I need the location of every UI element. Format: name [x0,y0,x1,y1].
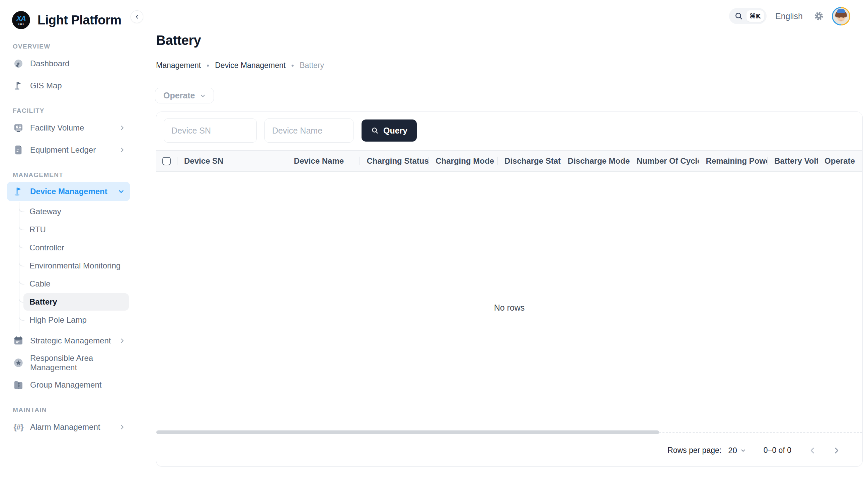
gauge-icon [13,58,24,69]
sidebar-item-cable[interactable]: Cable [0,275,137,293]
chevron-right-icon [832,446,841,455]
query-button[interactable]: Query [362,120,417,142]
column-header-charging-status[interactable]: Charging Status [360,151,429,171]
pagination-bar: Rows per page: 20 0–0 of 0 [156,434,862,466]
sidebar-item-battery[interactable]: Battery [0,293,137,311]
chevron-down-icon [118,188,125,195]
operate-dropdown-button[interactable]: Operate [155,88,214,103]
sidebar-item-strategic-management[interactable]: Strategic Management [0,330,137,351]
column-header-battery-voltage[interactable]: Battery Voltage [768,151,818,171]
device-name-input[interactable] [265,119,353,143]
empty-state-message: No rows [494,303,525,313]
gear-icon [814,11,824,21]
sidebar-item-high-pole-lamp[interactable]: High Pole Lamp [0,311,137,329]
rows-per-page-label: Rows per page: [668,446,721,455]
sidebar-collapse-button[interactable] [130,10,143,23]
column-header-device-sn[interactable]: Device SN [178,151,287,171]
app-title: Light Platform [37,13,122,27]
sidebar-item-facility-volume[interactable]: Facility Volume [0,118,137,138]
column-header-discharge-states[interactable]: Discharge States [498,151,561,171]
sidebar-item-equipment-ledger[interactable]: Equipment Ledger [0,140,137,160]
calendar-icon [13,335,24,346]
rows-per-page-select[interactable]: 20 [728,446,746,455]
folder-icon [13,379,24,391]
column-header-operate[interactable]: Operate [818,151,862,171]
previous-page-button[interactable] [807,445,818,456]
sidebar-item-label: Equipment Ledger [30,145,113,155]
breadcrumb-item[interactable]: Management [156,61,201,70]
scrollbar-track [659,432,862,433]
filter-row: Query [156,112,862,150]
chevron-down-icon [199,92,206,99]
search-icon [735,12,743,21]
top-bar: ⌘K English [137,0,868,32]
sidebar-item-rtu[interactable]: RTU [0,220,137,239]
column-header-discharge-mode[interactable]: Discharge Mode [561,151,630,171]
document-icon [13,144,24,156]
pagination-nav [807,445,842,456]
battery-table-card: Query Device SN Device Name Charging Sta… [156,112,863,466]
chevron-down-icon [740,448,746,454]
sidebar-item-group-management[interactable]: Group Management [0,374,137,395]
column-header-remaining-power[interactable]: Remaining Power [699,151,768,171]
sidebar-item-label: Group Management [30,380,137,390]
app-logo: XA ▮▮▮▮ [12,11,30,29]
sidebar-item-label: Alarm Management [30,422,113,432]
sidebar-item-label: Responsible Area Management [30,354,137,372]
breadcrumb-item-current: Battery [300,61,324,70]
breadcrumb: Management Device Management Battery [156,61,324,70]
sidebar-item-label: Strategic Management [30,336,113,345]
device-sn-input[interactable] [164,119,257,143]
select-all-cell [156,151,178,171]
star-circle-icon [13,357,24,368]
sidebar-item-responsible-area-management[interactable]: Responsible Area Management [0,353,137,373]
avatar-image [833,8,849,24]
scrollbar-thumb[interactable] [156,430,659,434]
sidebar-item-device-management[interactable]: Device Management [7,182,130,201]
breadcrumb-separator [291,65,293,67]
sidebar-item-controller[interactable]: Controller [0,239,137,257]
pagination-range: 0–0 of 0 [764,446,792,455]
flag-icon [13,80,24,91]
settings-button[interactable] [814,11,824,21]
select-all-checkbox[interactable] [162,157,171,165]
sidebar-item-label: Device Management [30,187,112,196]
section-label-management: MANAGEMENT [0,171,137,179]
keyboard-shortcut-badge: ⌘K [746,10,764,22]
sidebar-item-dashboard[interactable]: Dashboard [0,53,137,74]
page-title: Battery [156,33,201,48]
breadcrumb-item[interactable]: Device Management [215,61,285,70]
section-label-overview: OVERVIEW [0,43,137,50]
sidebar-item-gateway[interactable]: Gateway [0,203,137,220]
hash-brackets-icon: {#} [13,421,24,433]
sidebar-item-gis-map[interactable]: GIS Map [0,75,137,96]
device-management-subtree: Gateway RTU Controller Environmental Mon… [0,203,137,329]
table-body-empty: No rows [156,172,862,430]
column-header-device-name[interactable]: Device Name [287,151,360,171]
chevron-left-icon [808,446,817,455]
table-header-row: Device SN Device Name Charging Status Ch… [156,150,862,172]
language-selector[interactable]: English [775,11,803,21]
sidebar-item-label: GIS Map [30,81,137,90]
section-label-maintain: MAINTAIN [0,406,137,414]
section-label-facility: FACILITY [0,107,137,115]
sidebar-item-label: Dashboard [30,59,137,68]
flag-icon [13,186,24,197]
monitor-icon [13,122,24,133]
horizontal-scrollbar [156,430,862,434]
logo-row: XA ▮▮▮▮ Light Platform [0,0,137,32]
chevron-right-icon [119,337,126,344]
chevron-left-icon [134,14,140,20]
sidebar-item-alarm-management[interactable]: {#} Alarm Management [0,417,137,437]
avatar[interactable] [832,7,850,25]
sidebar-item-environmental-monitoring[interactable]: Environmental Monitoring [0,257,137,275]
column-header-number-of-cycles[interactable]: Number Of Cycles [630,151,699,171]
column-header-charging-mode[interactable]: Charging Mode [429,151,498,171]
sidebar: XA ▮▮▮▮ Light Platform OVERVIEW Dashboar… [0,0,137,488]
sidebar-item-label: Facility Volume [30,123,113,132]
next-page-button[interactable] [831,445,842,456]
chevron-right-icon [119,424,126,430]
breadcrumb-separator [207,65,209,67]
chevron-right-icon [119,147,126,153]
search-button[interactable]: ⌘K [729,8,767,24]
